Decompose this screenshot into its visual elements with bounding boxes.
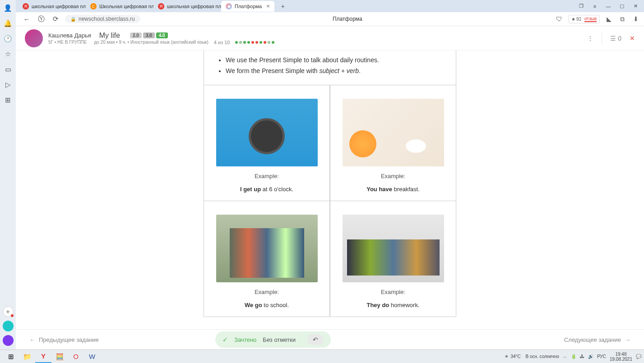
extensions-icon[interactable]: ⧉: [618, 14, 627, 23]
minimize-button[interactable]: —: [602, 0, 615, 12]
clock-icon[interactable]: 🕐: [3, 33, 14, 44]
word-icon[interactable]: W: [84, 350, 100, 363]
tray-volume-icon[interactable]: 🔊: [588, 354, 593, 359]
tab-close-icon[interactable]: ×: [266, 3, 270, 9]
maximize-button[interactable]: ▢: [615, 0, 629, 12]
teal-app-icon[interactable]: [3, 321, 14, 331]
status-text: Зачтено: [234, 336, 256, 343]
url-text: newschool.sberclass.ru: [79, 16, 135, 22]
level-badge-40: 4.0: [156, 32, 168, 38]
lock-icon: 🔒: [70, 17, 76, 22]
level-badge-20: 2.0: [130, 32, 142, 38]
more-icon[interactable]: ⋮: [587, 35, 593, 42]
user-avatar[interactable]: [25, 29, 43, 47]
example-cell-4: Example: They do homework.: [330, 201, 456, 317]
level-badge-30: 3.0: [143, 32, 155, 38]
menu-icon[interactable]: ≡: [588, 0, 602, 12]
tab-4[interactable]: ◆Платформа×: [221, 1, 274, 12]
download-icon[interactable]: ⬇: [631, 14, 640, 23]
reviews-badge[interactable]: ★91 отзыв: [568, 15, 600, 23]
example-cell-1: Example: I get up at 6 o'clock.: [204, 85, 330, 201]
os-sidebar: 👤 🔔 🕐 ☆ ▭ ▷ ⊞ +: [0, 0, 16, 349]
opera-icon[interactable]: O: [68, 350, 84, 363]
tab-3[interactable]: Яшкольная цифровая плат: [153, 1, 221, 12]
page-title: Платформа: [145, 16, 550, 22]
close-panel-icon[interactable]: ✕: [630, 35, 635, 42]
bell-icon[interactable]: 🔔: [3, 18, 14, 29]
doc-icon[interactable]: ▭: [3, 64, 14, 75]
close-window-button[interactable]: ✕: [629, 0, 642, 12]
browser-tab-strip: Яшкольная цифровая плат СШкольная цифров…: [0, 0, 644, 12]
clock-image: [216, 99, 318, 166]
grid-icon[interactable]: ⊞: [3, 95, 14, 106]
footer-bar: ← Предыдущее задание ✓ Зачтено Без отмет…: [16, 329, 644, 349]
tab-1[interactable]: Яшкольная цифровая плат: [18, 1, 86, 12]
yandex-icon[interactable]: Ⓨ: [36, 14, 46, 24]
example-cell-3: Example: We go to school.: [204, 201, 330, 317]
taskbar: ⊞ 📁 Y 🧮 O W ☀ 34°C В осн. солнечно ︿ 🔋 🖧…: [0, 349, 644, 363]
assistant-icon[interactable]: [3, 335, 14, 346]
example-cell-2: Example: You have breakfast.: [330, 85, 456, 201]
profile-icon[interactable]: 👤: [3, 3, 14, 14]
examples-grid: Example: I get up at 6 o'clock. Example:…: [204, 85, 456, 317]
add-panel-icon[interactable]: +: [3, 306, 14, 317]
calculator-icon[interactable]: 🧮: [51, 350, 68, 363]
play-icon[interactable]: ▷: [3, 79, 14, 90]
rule-2: We form the Present Simple with subject …: [226, 66, 447, 77]
undo-button[interactable]: ↶: [307, 334, 324, 345]
address-bar: ← Ⓨ ⟳ 🔒 newschool.sberclass.ru Платформа…: [0, 12, 644, 26]
tray-lang[interactable]: РУС: [597, 354, 606, 359]
back-button[interactable]: ←: [22, 14, 32, 24]
app-header: Кашлева Дарья My life 2.0 3.0 4.0 5Г • Н…: [0, 26, 644, 51]
tray-notifications-icon[interactable]: 💬: [636, 354, 641, 359]
rule-1: We use the Present Simple to talk about …: [226, 55, 447, 66]
weather-widget[interactable]: ☀ 34°C В осн. солнечно: [505, 354, 559, 359]
progress-dots: [235, 41, 274, 44]
status-pill: ✓ Зачтено Без отметки ↶: [215, 331, 331, 348]
start-button[interactable]: ⊞: [3, 350, 19, 363]
lesson-title: My life: [99, 32, 120, 40]
yandex-browser-icon[interactable]: Y: [35, 350, 51, 363]
tray-chevron-icon[interactable]: ︿: [563, 354, 567, 360]
breakfast-image: [343, 99, 444, 166]
star-icon[interactable]: ☆: [3, 49, 14, 60]
prev-task-button[interactable]: ← Предыдущее задание: [29, 336, 99, 343]
tray-clock[interactable]: 19:4819.08.2021: [610, 352, 632, 362]
url-field[interactable]: 🔒 newschool.sberclass.ru: [65, 15, 140, 23]
tab-2[interactable]: СШкольная цифровая плат: [86, 1, 153, 12]
school-image: [216, 215, 318, 282]
progress-text: 4 из 10: [214, 40, 230, 45]
tab-3-label: школьная цифровая плат: [167, 4, 221, 9]
check-icon: ✓: [222, 336, 228, 343]
tab-1-label: школьная цифровая плат: [32, 4, 86, 9]
tab-4-label: Платформа: [235, 4, 262, 9]
main-content: We use the Present Simple to talk about …: [16, 51, 644, 336]
window-copy-icon[interactable]: ❐: [575, 0, 588, 12]
rules-box: We use the Present Simple to talk about …: [204, 51, 456, 85]
homework-image: [343, 215, 444, 282]
shield-icon[interactable]: 🛡: [555, 14, 564, 23]
tray-network-icon[interactable]: 🖧: [580, 354, 584, 359]
status-note: Без отметки: [263, 336, 296, 343]
explorer-icon[interactable]: 📁: [19, 350, 35, 363]
tray-battery-icon[interactable]: 🔋: [571, 354, 576, 359]
new-tab-button[interactable]: +: [278, 1, 288, 11]
bookmark-icon[interactable]: ◣: [604, 14, 613, 23]
user-name: Кашлева Дарья: [48, 32, 91, 39]
tab-2-label: Школьная цифровая плат: [99, 4, 153, 9]
reload-button[interactable]: ⟳: [51, 14, 60, 24]
list-count[interactable]: ☰ 0: [610, 35, 621, 42]
next-task-button[interactable]: Следующее задание →: [564, 336, 630, 343]
